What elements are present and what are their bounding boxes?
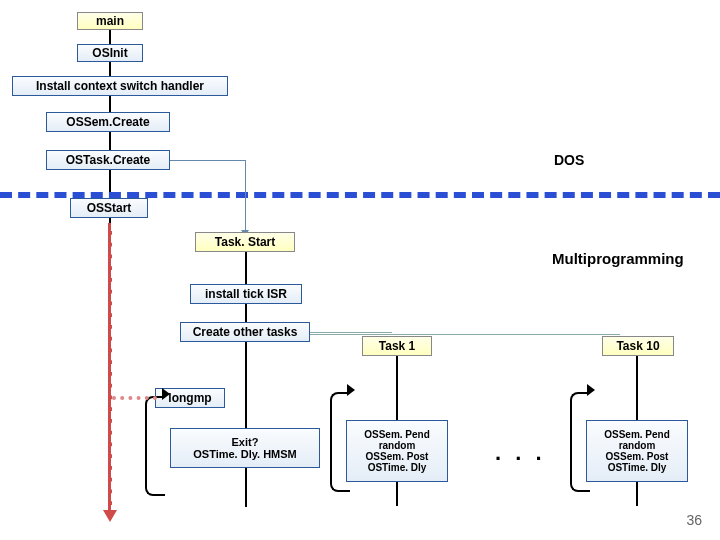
- task10-box: Task 10: [602, 336, 674, 356]
- main-lifeline-arrow: [103, 510, 117, 522]
- taskstart-loop-arrow: [162, 388, 170, 400]
- osstart-box: OSStart: [70, 198, 148, 218]
- task10-loop: [570, 392, 590, 492]
- divider-dos-multi: [0, 192, 720, 198]
- task1-loop-text: OSSem. Pend random OSSem. Post OSTime. D…: [364, 429, 430, 473]
- conn-h1: [170, 160, 245, 161]
- multi-label: Multiprogramming: [552, 250, 684, 267]
- ostaskcreate-box: OSTask.Create: [46, 150, 170, 170]
- task1-loop-box: OSSem. Pend random OSSem. Post OSTime. D…: [346, 420, 448, 482]
- conn-ostaskcreate-taskstart: [245, 160, 246, 232]
- task10-loop-text: OSSem. Pend random OSSem. Post OSTime. D…: [604, 429, 670, 473]
- task10-loop-box: OSSem. Pend random OSSem. Post OSTime. D…: [586, 420, 688, 482]
- taskstart-loop: [145, 396, 165, 496]
- create-other-box: Create other tasks: [180, 322, 310, 342]
- task1-loop: [330, 392, 350, 492]
- install-tick-box: install tick ISR: [190, 284, 302, 304]
- task10-loop-arrow: [587, 384, 595, 396]
- exit-box: Exit? OSTime. Dly. HMSM: [170, 428, 320, 468]
- exit-text: Exit? OSTime. Dly. HMSM: [193, 436, 297, 460]
- osinit-box: OSInit: [77, 44, 143, 62]
- ellipsis-dots: . . .: [495, 440, 546, 466]
- conn-create-task10: [310, 334, 620, 335]
- ossemcreate-box: OSSem.Create: [46, 112, 170, 132]
- task1-box: Task 1: [362, 336, 432, 356]
- main-lifeline-red-solid: [108, 223, 111, 513]
- main-box: main: [77, 12, 143, 30]
- taskstart-box: Task. Start: [195, 232, 295, 252]
- dos-label: DOS: [554, 152, 584, 168]
- install-ctx-box: Install context switch handler: [12, 76, 228, 96]
- longmp-back-conn: [112, 396, 157, 400]
- task1-loop-arrow: [347, 384, 355, 396]
- conn-create-task1: [310, 332, 392, 333]
- page-number: 36: [686, 512, 702, 528]
